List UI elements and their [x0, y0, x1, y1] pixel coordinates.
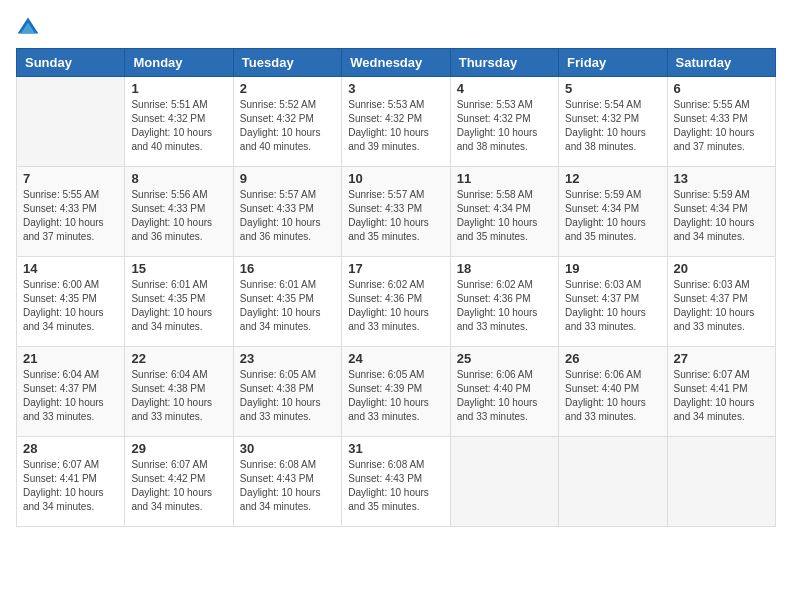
day-info: Sunrise: 6:05 AM Sunset: 4:38 PM Dayligh… [240, 368, 335, 424]
day-number: 9 [240, 171, 335, 186]
day-info: Sunrise: 6:02 AM Sunset: 4:36 PM Dayligh… [457, 278, 552, 334]
header-wednesday: Wednesday [342, 49, 450, 77]
day-number: 26 [565, 351, 660, 366]
day-cell: 15Sunrise: 6:01 AM Sunset: 4:35 PM Dayli… [125, 257, 233, 347]
week-row-1: 1Sunrise: 5:51 AM Sunset: 4:32 PM Daylig… [17, 77, 776, 167]
day-number: 17 [348, 261, 443, 276]
day-cell: 22Sunrise: 6:04 AM Sunset: 4:38 PM Dayli… [125, 347, 233, 437]
logo [16, 16, 44, 40]
day-number: 13 [674, 171, 769, 186]
day-cell: 31Sunrise: 6:08 AM Sunset: 4:43 PM Dayli… [342, 437, 450, 527]
day-number: 20 [674, 261, 769, 276]
day-number: 30 [240, 441, 335, 456]
day-info: Sunrise: 5:58 AM Sunset: 4:34 PM Dayligh… [457, 188, 552, 244]
day-number: 21 [23, 351, 118, 366]
day-info: Sunrise: 5:55 AM Sunset: 4:33 PM Dayligh… [674, 98, 769, 154]
day-cell: 4Sunrise: 5:53 AM Sunset: 4:32 PM Daylig… [450, 77, 558, 167]
day-number: 7 [23, 171, 118, 186]
day-cell: 27Sunrise: 6:07 AM Sunset: 4:41 PM Dayli… [667, 347, 775, 437]
day-cell: 13Sunrise: 5:59 AM Sunset: 4:34 PM Dayli… [667, 167, 775, 257]
day-cell [450, 437, 558, 527]
day-number: 6 [674, 81, 769, 96]
day-info: Sunrise: 6:04 AM Sunset: 4:37 PM Dayligh… [23, 368, 118, 424]
header-monday: Monday [125, 49, 233, 77]
day-info: Sunrise: 6:03 AM Sunset: 4:37 PM Dayligh… [565, 278, 660, 334]
day-number: 1 [131, 81, 226, 96]
day-number: 8 [131, 171, 226, 186]
day-number: 16 [240, 261, 335, 276]
header-friday: Friday [559, 49, 667, 77]
day-cell: 16Sunrise: 6:01 AM Sunset: 4:35 PM Dayli… [233, 257, 341, 347]
day-cell: 25Sunrise: 6:06 AM Sunset: 4:40 PM Dayli… [450, 347, 558, 437]
day-info: Sunrise: 5:59 AM Sunset: 4:34 PM Dayligh… [674, 188, 769, 244]
day-cell: 19Sunrise: 6:03 AM Sunset: 4:37 PM Dayli… [559, 257, 667, 347]
day-number: 3 [348, 81, 443, 96]
day-info: Sunrise: 5:54 AM Sunset: 4:32 PM Dayligh… [565, 98, 660, 154]
day-info: Sunrise: 6:07 AM Sunset: 4:41 PM Dayligh… [674, 368, 769, 424]
day-info: Sunrise: 6:08 AM Sunset: 4:43 PM Dayligh… [348, 458, 443, 514]
day-info: Sunrise: 6:08 AM Sunset: 4:43 PM Dayligh… [240, 458, 335, 514]
day-number: 10 [348, 171, 443, 186]
day-cell: 3Sunrise: 5:53 AM Sunset: 4:32 PM Daylig… [342, 77, 450, 167]
week-row-5: 28Sunrise: 6:07 AM Sunset: 4:41 PM Dayli… [17, 437, 776, 527]
day-info: Sunrise: 5:56 AM Sunset: 4:33 PM Dayligh… [131, 188, 226, 244]
day-cell: 12Sunrise: 5:59 AM Sunset: 4:34 PM Dayli… [559, 167, 667, 257]
day-number: 24 [348, 351, 443, 366]
day-info: Sunrise: 5:52 AM Sunset: 4:32 PM Dayligh… [240, 98, 335, 154]
week-row-4: 21Sunrise: 6:04 AM Sunset: 4:37 PM Dayli… [17, 347, 776, 437]
day-cell: 7Sunrise: 5:55 AM Sunset: 4:33 PM Daylig… [17, 167, 125, 257]
day-cell: 6Sunrise: 5:55 AM Sunset: 4:33 PM Daylig… [667, 77, 775, 167]
calendar: SundayMondayTuesdayWednesdayThursdayFrid… [16, 48, 776, 527]
day-cell: 14Sunrise: 6:00 AM Sunset: 4:35 PM Dayli… [17, 257, 125, 347]
day-info: Sunrise: 6:07 AM Sunset: 4:42 PM Dayligh… [131, 458, 226, 514]
day-cell: 26Sunrise: 6:06 AM Sunset: 4:40 PM Dayli… [559, 347, 667, 437]
day-cell: 17Sunrise: 6:02 AM Sunset: 4:36 PM Dayli… [342, 257, 450, 347]
day-info: Sunrise: 6:03 AM Sunset: 4:37 PM Dayligh… [674, 278, 769, 334]
day-info: Sunrise: 5:57 AM Sunset: 4:33 PM Dayligh… [348, 188, 443, 244]
header-tuesday: Tuesday [233, 49, 341, 77]
day-info: Sunrise: 5:53 AM Sunset: 4:32 PM Dayligh… [348, 98, 443, 154]
day-cell: 30Sunrise: 6:08 AM Sunset: 4:43 PM Dayli… [233, 437, 341, 527]
day-number: 11 [457, 171, 552, 186]
day-number: 19 [565, 261, 660, 276]
day-cell: 20Sunrise: 6:03 AM Sunset: 4:37 PM Dayli… [667, 257, 775, 347]
day-cell: 23Sunrise: 6:05 AM Sunset: 4:38 PM Dayli… [233, 347, 341, 437]
day-number: 27 [674, 351, 769, 366]
day-cell: 8Sunrise: 5:56 AM Sunset: 4:33 PM Daylig… [125, 167, 233, 257]
day-number: 2 [240, 81, 335, 96]
day-info: Sunrise: 6:04 AM Sunset: 4:38 PM Dayligh… [131, 368, 226, 424]
day-cell: 2Sunrise: 5:52 AM Sunset: 4:32 PM Daylig… [233, 77, 341, 167]
day-info: Sunrise: 6:06 AM Sunset: 4:40 PM Dayligh… [565, 368, 660, 424]
day-number: 28 [23, 441, 118, 456]
day-cell [667, 437, 775, 527]
day-cell: 10Sunrise: 5:57 AM Sunset: 4:33 PM Dayli… [342, 167, 450, 257]
day-info: Sunrise: 6:00 AM Sunset: 4:35 PM Dayligh… [23, 278, 118, 334]
day-info: Sunrise: 5:59 AM Sunset: 4:34 PM Dayligh… [565, 188, 660, 244]
header-sunday: Sunday [17, 49, 125, 77]
day-cell: 24Sunrise: 6:05 AM Sunset: 4:39 PM Dayli… [342, 347, 450, 437]
day-number: 22 [131, 351, 226, 366]
day-number: 14 [23, 261, 118, 276]
day-info: Sunrise: 6:01 AM Sunset: 4:35 PM Dayligh… [240, 278, 335, 334]
day-number: 5 [565, 81, 660, 96]
day-cell: 5Sunrise: 5:54 AM Sunset: 4:32 PM Daylig… [559, 77, 667, 167]
day-info: Sunrise: 6:05 AM Sunset: 4:39 PM Dayligh… [348, 368, 443, 424]
day-number: 23 [240, 351, 335, 366]
day-number: 31 [348, 441, 443, 456]
day-cell: 11Sunrise: 5:58 AM Sunset: 4:34 PM Dayli… [450, 167, 558, 257]
day-cell: 21Sunrise: 6:04 AM Sunset: 4:37 PM Dayli… [17, 347, 125, 437]
day-info: Sunrise: 5:51 AM Sunset: 4:32 PM Dayligh… [131, 98, 226, 154]
day-cell [17, 77, 125, 167]
day-info: Sunrise: 5:55 AM Sunset: 4:33 PM Dayligh… [23, 188, 118, 244]
day-cell [559, 437, 667, 527]
day-info: Sunrise: 6:07 AM Sunset: 4:41 PM Dayligh… [23, 458, 118, 514]
day-cell: 1Sunrise: 5:51 AM Sunset: 4:32 PM Daylig… [125, 77, 233, 167]
day-info: Sunrise: 6:02 AM Sunset: 4:36 PM Dayligh… [348, 278, 443, 334]
logo-icon [16, 16, 40, 40]
header-row: SundayMondayTuesdayWednesdayThursdayFrid… [17, 49, 776, 77]
header-thursday: Thursday [450, 49, 558, 77]
day-number: 25 [457, 351, 552, 366]
day-cell: 18Sunrise: 6:02 AM Sunset: 4:36 PM Dayli… [450, 257, 558, 347]
day-number: 15 [131, 261, 226, 276]
day-number: 18 [457, 261, 552, 276]
